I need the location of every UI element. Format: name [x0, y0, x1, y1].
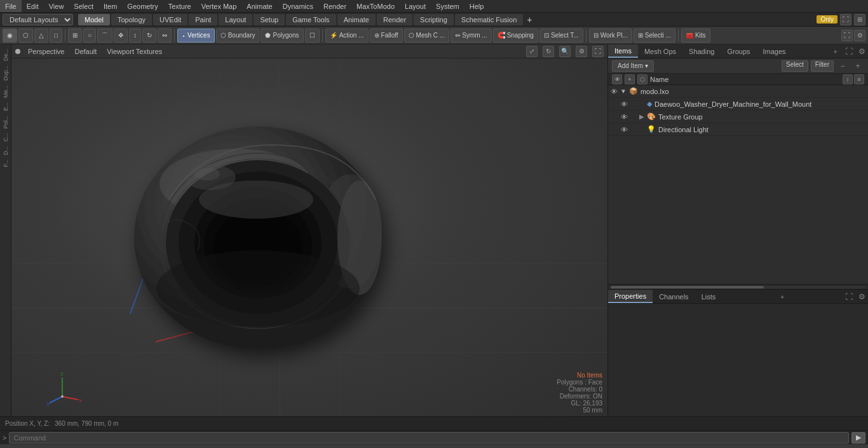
- tab-properties[interactable]: Properties: [608, 290, 653, 303]
- side-label-de[interactable]: De...: [1, 47, 10, 63]
- menu-select[interactable]: Select: [69, 0, 98, 12]
- tool-select-t[interactable]: ⊡ Select T...: [539, 29, 583, 43]
- item-visibility-btn[interactable]: 👁: [621, 126, 628, 133]
- filter-button[interactable]: Filter: [811, 60, 834, 72]
- tool-mode-vertex[interactable]: ◉: [3, 29, 17, 43]
- tool-mode-poly[interactable]: △: [34, 29, 48, 43]
- tab-schematic-fusion[interactable]: Schematic Fusion: [455, 14, 523, 25]
- tool-bezier[interactable]: ⌒: [97, 29, 112, 43]
- tool-action[interactable]: ⚡ Action ...: [325, 29, 369, 43]
- item-visibility-btn[interactable]: 👁: [621, 113, 628, 121]
- menu-help[interactable]: Help: [465, 0, 489, 12]
- tool-polygons[interactable]: ⬟ Polygons: [261, 29, 303, 43]
- panel-settings-button[interactable]: ⚙: [855, 44, 868, 58]
- menu-layout[interactable]: Layout: [400, 0, 431, 12]
- menu-maxtomodo[interactable]: MaxToModo: [351, 0, 400, 12]
- item-visibility-btn[interactable]: 👁: [611, 88, 618, 95]
- tab-topology[interactable]: Topology: [111, 14, 152, 25]
- side-label-dup[interactable]: Dup...: [1, 64, 10, 83]
- panel-add-tab-button[interactable]: +: [829, 48, 843, 55]
- props-settings-button[interactable]: ⚙: [855, 290, 868, 304]
- tab-lists[interactable]: Lists: [695, 290, 722, 303]
- side-label-me[interactable]: Me...: [1, 83, 10, 100]
- viewport-default-label[interactable]: Default: [72, 48, 99, 55]
- tool-boundary[interactable]: ⬡ Boundary: [216, 29, 260, 43]
- viewport-zoom-icon[interactable]: 🔍: [559, 46, 571, 57]
- panel-tab-items[interactable]: Items: [608, 44, 638, 58]
- menu-dynamics[interactable]: Dynamics: [278, 0, 318, 12]
- props-detach-button[interactable]: ⛶: [843, 290, 855, 304]
- menu-system[interactable]: System: [431, 0, 465, 12]
- tab-uvedit[interactable]: UVEdit: [153, 14, 187, 25]
- tab-paint[interactable]: Paint: [189, 14, 217, 25]
- tool-mode-edge[interactable]: ⬡: [18, 29, 33, 43]
- tab-channels[interactable]: Channels: [653, 290, 695, 303]
- viewport-settings-icon[interactable]: ⚙: [576, 46, 587, 57]
- tool-vertices[interactable]: ⬩ Vertices: [177, 29, 215, 43]
- tool-mesh-c[interactable]: ⬡ Mesh C ...: [404, 29, 450, 43]
- add-item-button[interactable]: Add Item ▾: [612, 60, 654, 72]
- layout-options-button[interactable]: ⊞: [854, 14, 865, 25]
- items-render-all[interactable]: ⬡: [637, 74, 648, 85]
- tool-work-pl[interactable]: ⊟ Work Pl...: [589, 29, 632, 43]
- menu-view[interactable]: View: [44, 0, 69, 12]
- menu-file[interactable]: File: [0, 0, 22, 12]
- command-input[interactable]: [9, 432, 849, 444]
- items-visibility-all[interactable]: 👁: [612, 74, 622, 85]
- tool-rotate[interactable]: ↻: [142, 29, 156, 43]
- menu-geometry[interactable]: Geometry: [122, 0, 163, 12]
- tab-animate[interactable]: Animate: [337, 14, 376, 25]
- tab-scripting[interactable]: Scripting: [414, 14, 454, 25]
- menu-edit[interactable]: Edit: [22, 0, 44, 12]
- props-add-tab-button[interactable]: +: [775, 293, 789, 301]
- viewport-canvas[interactable]: Y X Z No Items Polygons : Face Channels:…: [11, 58, 607, 416]
- side-label-d[interactable]: D...: [1, 144, 10, 157]
- tool-arrows[interactable]: ↕: [129, 29, 141, 43]
- viewport-move-icon[interactable]: ⤢: [526, 46, 538, 57]
- menu-texture[interactable]: Texture: [163, 0, 196, 12]
- menu-animate[interactable]: Animate: [241, 0, 277, 12]
- tab-model[interactable]: Model: [78, 14, 110, 25]
- only-button[interactable]: Only: [817, 15, 837, 24]
- layout-dropdown[interactable]: Default Layouts: [3, 14, 73, 25]
- item-visibility-btn[interactable]: 👁: [621, 100, 628, 108]
- tool-falloff[interactable]: ⊛ Falloff: [370, 29, 403, 43]
- items-options-button[interactable]: ≡: [854, 74, 864, 85]
- items-add-button[interactable]: +: [851, 59, 864, 73]
- panel-detach-button[interactable]: ⛶: [843, 44, 855, 58]
- command-go-button[interactable]: ▶: [851, 432, 865, 444]
- item-expand-arrow[interactable]: ▼: [620, 88, 627, 95]
- items-minus-button[interactable]: −: [836, 59, 849, 73]
- viewport-textures-label[interactable]: Viewport Textures: [104, 48, 165, 55]
- tool-symm[interactable]: ⇔ Symm ...: [451, 29, 491, 43]
- viewport-toggle-dot[interactable]: [15, 49, 20, 54]
- toolbar-fullscreen-btn[interactable]: ⛶: [841, 30, 853, 41]
- menu-render[interactable]: Render: [318, 0, 351, 12]
- list-item[interactable]: 👁 ▶ ◆ Daewoo_Washer_Dryer_Machine_for_Wa…: [608, 98, 868, 111]
- tool-sphere[interactable]: ○: [83, 29, 96, 43]
- side-label-c[interactable]: C...: [1, 131, 10, 144]
- tool-kits[interactable]: 🧰 Kits: [681, 29, 710, 43]
- items-lock-all[interactable]: +: [625, 74, 635, 85]
- layout-fullscreen-button[interactable]: ⛶: [840, 14, 851, 25]
- panel-tab-meshops[interactable]: Mesh Ops: [638, 44, 682, 58]
- items-scrollbar[interactable]: [608, 284, 868, 289]
- tool-snap-to-grid[interactable]: ⊞: [68, 29, 82, 43]
- tab-layout[interactable]: Layout: [219, 14, 252, 25]
- layout-add-button[interactable]: +: [524, 15, 534, 25]
- tool-snapping[interactable]: 🧲 Snapping: [493, 29, 538, 43]
- side-label-e[interactable]: E...: [1, 100, 10, 113]
- tool-shape[interactable]: ☐: [305, 29, 320, 43]
- tool-mode-item[interactable]: □: [50, 29, 62, 43]
- item-expand-arrow[interactable]: ▶: [639, 113, 644, 120]
- panel-tab-shading[interactable]: Shading: [682, 44, 721, 58]
- toolbar-options-btn[interactable]: ⚙: [854, 30, 865, 41]
- tool-scale[interactable]: ⇔: [158, 29, 172, 43]
- select-button[interactable]: Select: [782, 60, 808, 72]
- tool-selecti[interactable]: ⊞ Selecti ...: [634, 29, 675, 43]
- side-label-f[interactable]: F...: [1, 158, 10, 169]
- menu-item[interactable]: Item: [98, 0, 122, 12]
- panel-tab-images[interactable]: Images: [757, 44, 792, 58]
- tab-setup[interactable]: Setup: [254, 14, 285, 25]
- list-item[interactable]: 👁 ▶ 💡 Directional Light: [608, 123, 868, 136]
